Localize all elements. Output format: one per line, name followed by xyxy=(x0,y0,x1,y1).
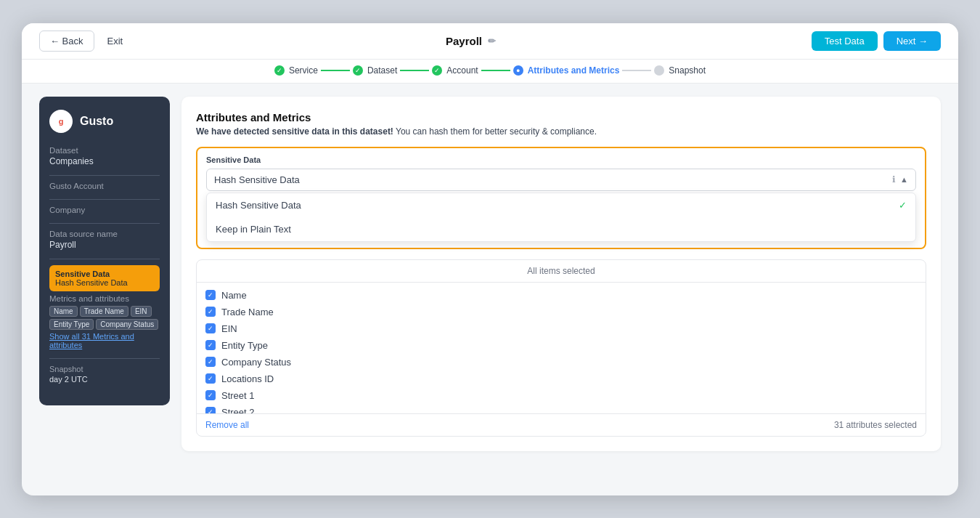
sidebar-datasource-label: Data source name xyxy=(49,230,160,238)
attribute-label-street1: Street 1 xyxy=(221,390,255,401)
sidebar-divider-3 xyxy=(49,223,160,224)
checkbox-entity-type[interactable]: ✓ xyxy=(205,340,216,350)
step-line-2 xyxy=(400,70,429,71)
panel-subtitle-strong: We have detected sensitive data in this … xyxy=(196,126,393,137)
step-label-dataset: Dataset xyxy=(367,65,397,76)
back-button[interactable]: ← Back xyxy=(39,31,94,52)
sidebar-account-section: Gusto Account xyxy=(49,182,160,190)
checkbox-trade-name[interactable]: ✓ xyxy=(205,307,216,317)
tag-company-status: Company Status xyxy=(96,319,158,330)
step-dot-service: ✓ xyxy=(274,65,285,76)
sensitive-data-box: Sensitive Data Hash Sensitive Data ℹ ▲ H… xyxy=(196,147,926,249)
panel-subtitle: We have detected sensitive data in this … xyxy=(196,126,926,137)
show-all-link[interactable]: Show all 31 Metrics and attributes xyxy=(49,332,160,349)
sidebar-divider-1 xyxy=(49,175,160,176)
attribute-item-trade-name: ✓ Trade Name xyxy=(205,304,917,320)
attributes-header: All items selected xyxy=(197,260,926,283)
step-line-3 xyxy=(481,70,510,71)
attribute-label-trade-name: Trade Name xyxy=(221,307,274,317)
step-dot-account: ✓ xyxy=(432,65,442,76)
sidebar-sensitive-item[interactable]: Sensitive Data Hash Sensitive Data xyxy=(49,265,160,291)
attributes-count: 31 attributes selected xyxy=(834,420,917,430)
attribute-item-name: ✓ Name xyxy=(205,287,917,304)
step-line-4 xyxy=(622,70,651,71)
sidebar-company-name: Gusto xyxy=(80,115,113,128)
checkbox-locations-id[interactable]: ✓ xyxy=(205,373,216,384)
step-line-1 xyxy=(321,70,350,71)
next-button[interactable]: Next → xyxy=(883,31,941,51)
dropdown-value: Hash Sensitive Data xyxy=(214,174,300,185)
option-hash[interactable]: Hash Sensitive Data ✓ xyxy=(207,193,915,217)
step-label-attributes: Attributes and Metrics xyxy=(528,65,620,76)
sidebar-datasource-value: Payroll xyxy=(49,240,160,250)
step-service: ✓ Service xyxy=(274,65,318,76)
edit-icon[interactable]: ✏ xyxy=(488,36,496,46)
dropdown-trigger-left: Hash Sensitive Data xyxy=(214,174,300,185)
sidebar-tags: Name Trade Name EIN Entity Type Company … xyxy=(49,306,160,330)
attribute-label-street2: Street 2 xyxy=(221,407,255,413)
exit-button[interactable]: Exit xyxy=(100,31,131,52)
sidebar-snapshot-value: day 2 UTC xyxy=(49,375,160,384)
attribute-label-locations-id: Locations ID xyxy=(221,373,274,384)
attribute-item-street2: ✓ Street 2 xyxy=(205,404,917,413)
sidebar-company-section: Company xyxy=(49,206,160,214)
tag-entity-type: Entity Type xyxy=(49,319,94,330)
sidebar-snapshot-section: Snapshot day 2 UTC xyxy=(49,365,160,384)
remove-all-button[interactable]: Remove all xyxy=(205,420,249,430)
attribute-label-name: Name xyxy=(221,290,247,301)
app-window: ← Back Exit Payroll ✏ Test Data Next → ✓… xyxy=(22,23,958,495)
sidebar: g Gusto Dataset Companies Gusto Account … xyxy=(39,97,170,405)
tag-name: Name xyxy=(49,306,78,317)
attribute-item-street1: ✓ Street 1 xyxy=(205,387,917,404)
attribute-item-company-status: ✓ Company Status xyxy=(205,354,917,371)
step-dataset: ✓ Dataset xyxy=(353,65,397,76)
step-label-service: Service xyxy=(289,65,318,76)
sensitive-data-label: Sensitive Data xyxy=(206,155,916,164)
sidebar-dataset-section: Dataset Companies xyxy=(49,146,160,166)
attribute-label-company-status: Company Status xyxy=(221,357,291,368)
attribute-label-ein: EIN xyxy=(221,323,237,334)
main-content: g Gusto Dataset Companies Gusto Account … xyxy=(22,84,958,495)
attribute-item-entity-type: ✓ Entity Type xyxy=(205,337,917,354)
dropdown-trigger-right: ℹ ▲ xyxy=(892,174,908,185)
attribute-item-locations-id: ✓ Locations ID xyxy=(205,371,917,387)
option-plain-label: Keep in Plain Text xyxy=(216,224,291,235)
checkbox-company-status[interactable]: ✓ xyxy=(205,357,216,367)
panel-subtitle-suffix: You can hash them for better security & … xyxy=(396,126,597,137)
dropdown-menu: Hash Sensitive Data ✓ Keep in Plain Text xyxy=(206,193,916,242)
sidebar-datasource-section: Data source name Payroll xyxy=(49,230,160,250)
option-plain[interactable]: Keep in Plain Text xyxy=(207,217,915,241)
panel-title: Attributes and Metrics xyxy=(196,111,926,124)
all-items-selected-label: All items selected xyxy=(527,266,595,276)
option-hash-label: Hash Sensitive Data xyxy=(216,200,301,211)
main-panel: Attributes and Metrics We have detected … xyxy=(181,97,941,451)
tag-trade-name: Trade Name xyxy=(80,306,128,317)
sidebar-logo: g Gusto xyxy=(49,110,160,133)
checkbox-name[interactable]: ✓ xyxy=(205,290,216,300)
step-label-account: Account xyxy=(446,65,478,76)
check-icon: ✓ xyxy=(899,200,907,211)
step-dot-snapshot xyxy=(654,65,664,76)
sensitive-data-dropdown[interactable]: Hash Sensitive Data ℹ ▲ xyxy=(206,169,916,191)
sidebar-metrics-label: Metrics and attributes xyxy=(49,294,160,303)
step-account: ✓ Account xyxy=(432,65,478,76)
checkbox-ein[interactable]: ✓ xyxy=(205,323,216,333)
checkbox-street1[interactable]: ✓ xyxy=(205,390,216,400)
sidebar-account-label: Gusto Account xyxy=(49,182,160,190)
sidebar-company-label: Company xyxy=(49,206,160,214)
test-data-button[interactable]: Test Data xyxy=(812,31,878,51)
step-attributes: ● Attributes and Metrics xyxy=(513,65,620,76)
sidebar-divider-5 xyxy=(49,358,160,359)
attributes-list: ✓ Name ✓ Trade Name ✓ EIN ✓ Entity Type xyxy=(197,283,926,413)
steps-bar: ✓ Service ✓ Dataset ✓ Account ● Attribut… xyxy=(22,60,958,84)
checkbox-street2[interactable]: ✓ xyxy=(205,407,216,413)
sidebar-sensitive-value: Hash Sensitive Data xyxy=(55,278,154,287)
top-bar-center: Payroll ✏ xyxy=(446,35,496,47)
attributes-panel: All items selected ✓ Name ✓ Trade Name ✓… xyxy=(196,259,926,437)
top-bar-right: Test Data Next → xyxy=(812,31,941,51)
sidebar-divider-2 xyxy=(49,199,160,200)
page-title: Payroll xyxy=(446,35,482,47)
sidebar-metrics-section: Metrics and attributes Name Trade Name E… xyxy=(49,294,160,349)
sidebar-dataset-value: Companies xyxy=(49,156,160,166)
attributes-footer: Remove all 31 attributes selected xyxy=(197,413,926,436)
